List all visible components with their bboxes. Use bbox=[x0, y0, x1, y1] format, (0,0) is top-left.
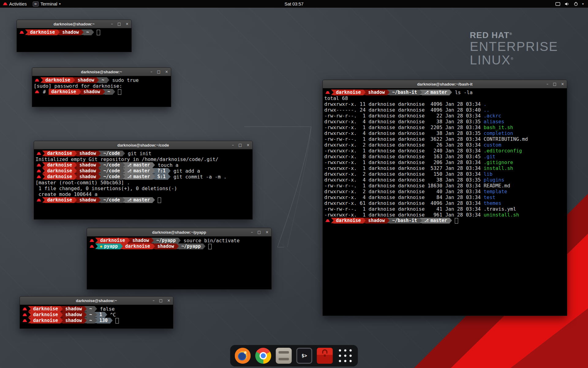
powerline-arrow bbox=[95, 306, 97, 312]
powerline-arrow bbox=[73, 77, 75, 83]
terminal-text: touch a bbox=[155, 162, 179, 168]
close-button[interactable]: × bbox=[266, 230, 269, 234]
powerline-arrow bbox=[363, 90, 366, 95]
dock-item-toolbox[interactable] bbox=[317, 348, 333, 364]
powerline-arrow bbox=[153, 174, 155, 179]
close-button[interactable]: × bbox=[561, 82, 564, 86]
terminal-line: total 68 bbox=[324, 95, 566, 101]
powerline-arrow bbox=[40, 89, 43, 94]
maximize-button[interactable]: □ bbox=[553, 82, 556, 86]
python-icon: ● bbox=[100, 243, 102, 249]
terminal-screen[interactable]: darknoiseshadow~/bash-it⎇master ls -lato… bbox=[323, 88, 567, 317]
terminal-text: README.md bbox=[484, 183, 510, 189]
toolbox-icon bbox=[317, 348, 333, 364]
activities-button[interactable]: Activities bbox=[0, 0, 30, 8]
powerline-arrow bbox=[120, 243, 123, 249]
window-title: darknoise@shadow:~/bash-it bbox=[417, 82, 473, 86]
prompt-segment-path: ~/code bbox=[101, 174, 122, 180]
terminal-window[interactable]: darknoise@shadow:~–□×darknoiseshadow~ fa… bbox=[20, 296, 173, 329]
terminal-line: darknoiseshadow~1 ^C bbox=[21, 312, 172, 318]
terminal-window[interactable]: darknoise@shadow:~–□×darknoiseshadow~ bbox=[17, 20, 132, 52]
window-titlebar[interactable]: darknoise@shadow:~/code–□× bbox=[34, 141, 252, 149]
redhat-icon bbox=[90, 245, 94, 248]
maximize-button[interactable]: □ bbox=[258, 230, 261, 234]
maximize-button[interactable]: □ bbox=[157, 70, 160, 74]
maximize-button[interactable]: □ bbox=[159, 299, 163, 302]
terminal-line: -rwxrwxr-x. 1 darknoise darknoise 961 Ja… bbox=[324, 212, 566, 218]
prompt-segment-path: ~/code bbox=[101, 151, 122, 156]
powerline-arrow bbox=[151, 238, 154, 243]
window-title: darknoise@shadow:~ bbox=[76, 298, 117, 303]
minimize-button[interactable]: – bbox=[151, 70, 153, 74]
maximize-button[interactable]: □ bbox=[239, 143, 242, 147]
prompt-segment-path: ~/code bbox=[101, 197, 122, 203]
window-title: darknoise@shadow:~ bbox=[54, 22, 95, 26]
close-button[interactable]: × bbox=[165, 70, 168, 74]
powerline-arrow bbox=[176, 243, 179, 249]
text-cursor bbox=[115, 318, 119, 324]
app-menu-terminal[interactable]: $> Terminal ▾ bbox=[30, 0, 64, 8]
close-button[interactable]: × bbox=[247, 143, 250, 147]
brand-line-2: ENTERPRISE bbox=[470, 40, 558, 54]
terminal-line: drwxrwxr-x. 2 darknoise darknoise 150 Ja… bbox=[324, 171, 566, 177]
terminal-text: Initialized empty Git repository in /hom… bbox=[36, 156, 218, 162]
powerline-arrow bbox=[153, 168, 155, 174]
minimize-button[interactable]: – bbox=[153, 299, 155, 302]
window-titlebar[interactable]: darknoise@shadow:~–□× bbox=[17, 20, 131, 28]
prompt-segment-git: ⎇master bbox=[125, 174, 153, 180]
prompt-segment-path: ~ bbox=[105, 89, 113, 95]
redhat-icon bbox=[20, 31, 24, 34]
terminal-screen[interactable]: darknoiseshadow~ falsedarknoiseshadow~1 … bbox=[20, 305, 173, 330]
window-controls: –□× bbox=[232, 141, 250, 149]
clock[interactable]: Sat 03:57 bbox=[285, 2, 303, 6]
powerline-arrow bbox=[387, 90, 390, 95]
terminal-screen[interactable]: darknoiseshadow~/code git initInitialize… bbox=[34, 149, 252, 220]
terminal-screen[interactable]: darknoiseshadow~ sudo true[sudo] passwor… bbox=[32, 76, 171, 108]
window-titlebar[interactable]: darknoise@shadow:~–□× bbox=[20, 297, 173, 305]
close-button[interactable]: × bbox=[167, 299, 170, 302]
powerline-arrow bbox=[123, 168, 125, 174]
powerline-arrow bbox=[74, 197, 77, 203]
maximize-button[interactable]: □ bbox=[118, 22, 121, 26]
terminal-screen[interactable]: darknoiseshadow~/pyapp source bin/activa… bbox=[87, 236, 271, 290]
dock-item-terminal[interactable]: $> bbox=[296, 348, 312, 364]
terminal-line: create mode 100644 a bbox=[36, 191, 251, 197]
prompt-segment-host: shadow bbox=[63, 318, 84, 324]
dock-item-chrome[interactable] bbox=[255, 348, 271, 364]
prompt-segment-hat bbox=[89, 243, 95, 249]
powerline-arrow bbox=[60, 318, 63, 323]
powerline-arrow bbox=[25, 29, 28, 35]
window-titlebar[interactable]: darknoise@shadow:~–□× bbox=[32, 68, 171, 76]
powerline-arrow bbox=[42, 197, 45, 203]
terminal-text: CONTRIBUTING.md bbox=[484, 136, 528, 142]
minimize-button[interactable]: – bbox=[251, 230, 253, 234]
terminal-screen[interactable]: darknoiseshadow~ bbox=[17, 28, 131, 53]
minimize-button[interactable]: – bbox=[111, 22, 113, 26]
close-button[interactable]: × bbox=[126, 22, 129, 26]
terminal-text: -rwxrwxr-x. 1 darknoise darknoise 240 Ja… bbox=[324, 148, 484, 154]
terminal-text: -rw-rw-r--. 1 darknoise darknoise 41 Jan… bbox=[324, 206, 484, 212]
terminal-text: install.sh bbox=[484, 165, 513, 171]
dock-item-firefox[interactable] bbox=[235, 348, 251, 364]
window-titlebar[interactable]: darknoise@shadow:~/pyapp–□× bbox=[87, 228, 271, 236]
terminal-window[interactable]: darknoise@shadow:~/code–□×darknoiseshado… bbox=[34, 141, 253, 220]
window-titlebar[interactable]: darknoise@shadow:~/bash-it–□× bbox=[323, 80, 567, 88]
dock-item-files[interactable] bbox=[276, 348, 292, 364]
registered-mark: ® bbox=[511, 57, 514, 60]
terminal-line: -rw-rw-r--. 1 darknoise darknoise 22 Jan… bbox=[324, 113, 566, 119]
terminal-window[interactable]: darknoise@shadow:~–□×darknoiseshadow~ su… bbox=[32, 67, 171, 107]
powerline-arrow bbox=[28, 306, 31, 312]
branch-icon: ⎇ bbox=[127, 197, 132, 203]
prompt-segment-host: shadow bbox=[75, 77, 96, 83]
prompt-segment-host: shadow bbox=[155, 243, 176, 249]
system-status-area[interactable]: ▾ bbox=[551, 0, 588, 8]
prompt-segment-user: darknoise bbox=[45, 151, 74, 156]
minimize-button[interactable]: – bbox=[232, 143, 234, 147]
terminal-text: git add a bbox=[171, 168, 200, 174]
dock-item-appgrid[interactable] bbox=[337, 348, 353, 364]
terminal-window[interactable]: darknoise@shadow:~/bash-it–□×darknoisesh… bbox=[322, 80, 567, 316]
terminal-text: lib bbox=[484, 171, 492, 177]
minimize-button[interactable]: – bbox=[547, 82, 548, 86]
terminal-window[interactable]: darknoise@shadow:~/pyapp–□×darknoiseshad… bbox=[87, 228, 272, 289]
window-controls: –□× bbox=[153, 297, 170, 305]
